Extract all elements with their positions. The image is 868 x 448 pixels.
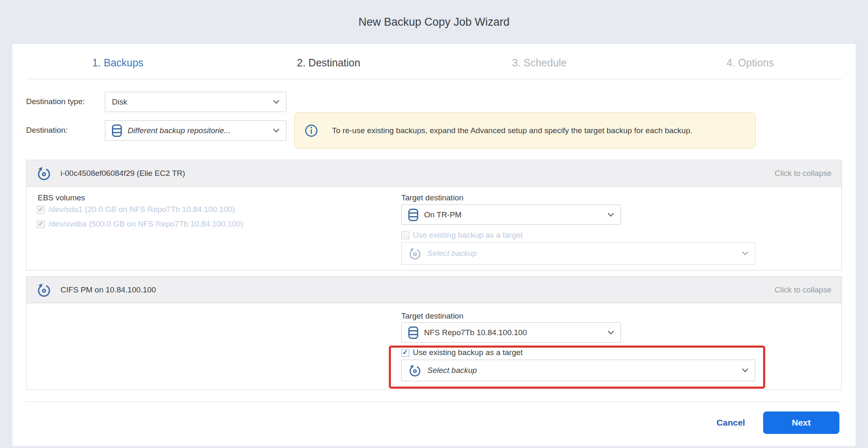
volumes-header: EBS volumes: [38, 193, 85, 202]
volume-label: /dev/sda1 (20.0 GB on NFS Repo7Tb 10.84.…: [48, 205, 235, 214]
destination-select[interactable]: Different backup repositorie...: [105, 120, 286, 141]
tab-schedule: 3. Schedule: [434, 54, 645, 71]
target-destination-header: Target destination: [401, 312, 463, 321]
destination-type-label: Destination type:: [26, 97, 85, 106]
target-destination-value: On TR-PM: [424, 210, 604, 219]
chevron-down-icon: [273, 129, 279, 133]
volume-label: /dev/xvdba (500.0 GB on NFS Repo7Tb 10.8…: [48, 219, 243, 229]
volume-checkbox: [37, 220, 45, 228]
backup-icon: [36, 166, 51, 181]
use-existing-backup-checkbox[interactable]: [401, 349, 409, 357]
tab-destination[interactable]: 2. Destination: [223, 54, 434, 71]
info-banner-text: To re-use existing backups, expand the A…: [332, 126, 692, 135]
backup-icon: [36, 282, 51, 297]
wizard-card: 1. Backups 2. Destination 3. Schedule 4.…: [12, 44, 856, 446]
use-existing-backup-label: Use existing backup as a target: [413, 231, 523, 240]
use-existing-backup-row: Use existing backup as a target: [401, 348, 523, 357]
use-existing-backup-label: Use existing backup as a target: [413, 348, 523, 357]
volume-row: /dev/xvdba (500.0 GB on NFS Repo7Tb 10.8…: [37, 219, 243, 229]
section-header-cifs[interactable]: CIFS PM on 10.84.100.100 Click to collap…: [27, 277, 841, 303]
info-icon: [305, 124, 318, 137]
backup-section-ec2: i-00c4508ef06084f29 (Elie EC2 TR) Click …: [26, 160, 842, 270]
wizard-steps: 1. Backups 2. Destination 3. Schedule 4.…: [12, 54, 856, 71]
cancel-button[interactable]: Cancel: [704, 412, 758, 433]
select-backup-placeholder: Select backup: [427, 249, 738, 258]
target-destination-select[interactable]: NFS Repo7Tb 10.84.100.100: [401, 322, 621, 343]
repository-icon: [408, 326, 418, 339]
backup-icon: [408, 364, 422, 377]
tabs-divider: [26, 79, 842, 79]
collapse-toggle[interactable]: Click to collapse: [775, 285, 832, 295]
tab-options: 4. Options: [645, 54, 856, 71]
target-destination-header: Target destination: [401, 193, 463, 202]
repository-icon: [408, 209, 418, 221]
use-existing-backup-row: Use existing backup as a target: [401, 231, 523, 240]
chevron-down-icon: [273, 100, 279, 104]
volume-checkbox: [37, 206, 45, 214]
destination-type-value: Disk: [112, 97, 269, 107]
chevron-down-icon: [742, 368, 748, 373]
chevron-down-icon: [608, 331, 614, 335]
use-existing-backup-checkbox: [401, 231, 409, 239]
destination-value: Different backup repositorie...: [128, 126, 269, 135]
info-banner: To re-use existing backups, expand the A…: [294, 112, 756, 149]
page-title: New Backup Copy Job Wizard: [0, 16, 868, 29]
backup-section-cifs: CIFS PM on 10.84.100.100 Click to collap…: [26, 276, 842, 390]
section-title: i-00c4508ef06084f29 (Elie EC2 TR): [61, 169, 775, 178]
repository-icon: [112, 124, 122, 137]
target-destination-select[interactable]: On TR-PM: [401, 205, 621, 225]
destination-type-select[interactable]: Disk: [105, 92, 286, 112]
destination-label: Destination:: [26, 126, 68, 135]
target-destination-value: NFS Repo7Tb 10.84.100.100: [424, 328, 604, 337]
chevron-down-icon: [742, 251, 748, 256]
select-backup-dropdown: Select backup: [401, 242, 755, 265]
chevron-down-icon: [608, 213, 614, 217]
section-header-ec2[interactable]: i-00c4508ef06084f29 (Elie EC2 TR) Click …: [27, 160, 841, 187]
section-title: CIFS PM on 10.84.100.100: [61, 285, 775, 295]
tab-backups[interactable]: 1. Backups: [12, 54, 223, 71]
select-backup-placeholder: Select backup: [427, 366, 738, 375]
backup-icon: [408, 247, 422, 260]
volume-row: /dev/sda1 (20.0 GB on NFS Repo7Tb 10.84.…: [37, 205, 235, 214]
next-button[interactable]: Next: [763, 411, 839, 434]
select-backup-dropdown[interactable]: Select backup: [401, 360, 755, 381]
footer-divider: [26, 402, 842, 402]
collapse-toggle[interactable]: Click to collapse: [775, 169, 832, 178]
